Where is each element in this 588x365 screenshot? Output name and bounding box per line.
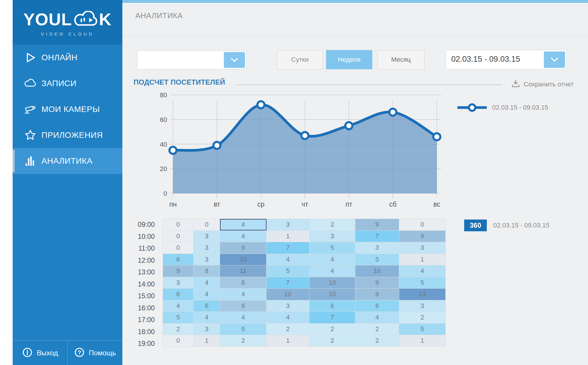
sidebar-item-applications[interactable]: ПРИЛОЖЕНИЯ [13, 122, 122, 148]
heatmap-cell[interactable]: 4 [355, 312, 399, 324]
heatmap-cell[interactable]: 1 [194, 335, 220, 347]
heatmap-cell[interactable]: 5 [399, 323, 446, 335]
heatmap-cell[interactable]: 9 [163, 265, 194, 277]
heatmap-cell[interactable]: 3 [194, 230, 220, 242]
period-button-day[interactable]: Сутки [277, 50, 323, 69]
heatmap-cell[interactable]: 3 [399, 300, 446, 312]
chart-point[interactable] [345, 122, 352, 129]
heatmap-cell[interactable]: 3 [194, 242, 220, 254]
heatmap-cell[interactable]: 2 [220, 335, 266, 347]
heatmap-cell[interactable]: 8 [220, 277, 266, 289]
sidebar-item-analytics[interactable]: АНАЛИТИКА [13, 148, 122, 174]
heatmap-cell[interactable]: 6 [163, 289, 194, 300]
heatmap-cell[interactable]: 4 [194, 312, 220, 324]
date-range-select[interactable]: 02.03.15 - 09.03.15 [446, 50, 567, 69]
heatmap-cell[interactable]: 10 [355, 265, 399, 277]
heatmap-cell[interactable]: 2 [399, 312, 446, 324]
heatmap-cell[interactable]: 0 [163, 230, 194, 242]
period-button-week[interactable]: Неделя [326, 50, 372, 69]
heatmap-cell[interactable]: 10 [309, 289, 355, 300]
chart-point[interactable] [389, 109, 397, 116]
heatmap-cell[interactable]: 5 [309, 242, 355, 254]
heatmap-cell[interactable]: 4 [220, 219, 266, 231]
heatmap-cell[interactable]: 5 [399, 277, 446, 289]
heatmap-cell[interactable]: 9 [399, 230, 446, 242]
heatmap-cell[interactable]: 7 [266, 277, 309, 289]
camera-select[interactable] [137, 51, 246, 69]
heatmap-cell[interactable]: 4 [266, 312, 309, 324]
heatmap-cell[interactable]: 9 [355, 219, 399, 231]
heatmap-cell[interactable]: 6 [355, 300, 399, 312]
heatmap-cell[interactable]: 3 [399, 242, 446, 254]
heatmap-cell[interactable]: 6 [163, 254, 194, 265]
heatmap-cell[interactable]: 0 [194, 219, 220, 231]
heatmap-cell[interactable]: 0 [163, 335, 194, 347]
heatmap-cell[interactable]: 3 [266, 300, 309, 312]
chart-point[interactable] [433, 133, 440, 140]
heatmap-cell[interactable]: 7 [309, 312, 355, 324]
heatmap-cell[interactable]: 0 [163, 242, 194, 254]
heatmap-cell[interactable]: 2 [163, 323, 194, 335]
heatmap-cell[interactable]: 5 [220, 323, 266, 335]
chart-point[interactable] [169, 147, 176, 154]
heatmap-cell[interactable]: 5 [266, 265, 309, 277]
chevron-down-icon[interactable] [224, 52, 245, 68]
heatmap-cell[interactable]: 4 [194, 289, 220, 300]
heatmap-cell[interactable]: 8 [220, 300, 266, 312]
chart-point[interactable] [257, 101, 264, 108]
heatmap-cell[interactable]: 1 [266, 335, 309, 347]
heatmap-cell[interactable]: 3 [194, 323, 220, 335]
heatmap-cell[interactable]: 0 [163, 219, 194, 231]
heatmap-cell[interactable]: 4 [163, 300, 194, 312]
heatmap-cell[interactable]: 6 [194, 300, 220, 312]
heatmap-cell[interactable]: 3 [309, 230, 355, 242]
heatmap-cell[interactable]: 1 [399, 335, 446, 347]
heatmap-cell[interactable]: 4 [309, 254, 355, 265]
heatmap-cell[interactable]: 2 [309, 335, 355, 347]
sidebar-item-records[interactable]: ЗАПИСИ [13, 71, 122, 96]
logo[interactable]: YOUL K VIDEO CLOUD [13, 0, 122, 45]
heatmap-cell[interactable]: 4 [220, 230, 266, 242]
sidebar-item-online[interactable]: ОНЛАЙН [13, 45, 122, 71]
heatmap-cell[interactable]: 3 [266, 219, 309, 231]
heatmap-cell[interactable]: 4 [266, 254, 309, 265]
chevron-down-icon[interactable] [544, 51, 565, 68]
heatmap-cell[interactable]: 3 [163, 277, 194, 289]
save-report-button[interactable]: Сохранить отчет [511, 79, 574, 89]
heatmap-cell[interactable]: 9 [220, 242, 266, 254]
heatmap-cell[interactable]: 5 [355, 254, 399, 265]
heatmap-cell[interactable]: 2 [266, 323, 309, 335]
heatmap-cell[interactable]: 2 [309, 323, 355, 335]
heatmap-cell[interactable]: 13 [220, 254, 266, 265]
heatmap-cell[interactable]: 1 [266, 230, 309, 242]
heatmap-cell[interactable]: 3 [194, 254, 220, 265]
heatmap-cell[interactable]: 4 [220, 312, 266, 324]
heatmap-cell[interactable]: 2 [355, 323, 399, 335]
period-button-month[interactable]: Месяц [377, 50, 424, 69]
heatmap-cell[interactable]: 5 [163, 312, 194, 324]
heatmap-cell[interactable]: 7 [355, 230, 399, 242]
logout-button[interactable]: Выход [13, 341, 68, 365]
heatmap-cell[interactable]: 13 [399, 289, 446, 300]
heatmap-cell[interactable]: 10 [266, 289, 309, 300]
heatmap-cell[interactable]: 2 [355, 335, 399, 347]
help-button[interactable]: ? Помощь [68, 341, 122, 365]
heatmap-cell[interactable]: 1 [399, 254, 446, 265]
heatmap-cell[interactable]: 4 [220, 289, 266, 300]
heatmap-cell[interactable]: 2 [309, 219, 355, 231]
heatmap-cell[interactable]: 4 [399, 265, 446, 277]
heatmap-cell[interactable]: 4 [309, 265, 355, 277]
heatmap-cell[interactable]: 9 [355, 277, 399, 289]
heatmap-cell[interactable]: 7 [266, 242, 309, 254]
heatmap-cell[interactable]: 0 [399, 219, 446, 231]
heatmap-cell[interactable]: 9 [355, 289, 399, 300]
heatmap-cell[interactable]: 6 [309, 300, 355, 312]
chart-point[interactable] [302, 132, 309, 139]
heatmap-cell[interactable]: 11 [220, 265, 266, 277]
heatmap-cell[interactable]: 3 [355, 242, 399, 254]
heatmap-cell[interactable]: 4 [194, 277, 220, 289]
heatmap-cell[interactable]: 10 [309, 277, 355, 289]
heatmap-cell[interactable]: 8 [194, 265, 220, 277]
chart-point[interactable] [214, 142, 221, 149]
sidebar-item-my-cameras[interactable]: МОИ КАМЕРЫ [13, 96, 122, 122]
